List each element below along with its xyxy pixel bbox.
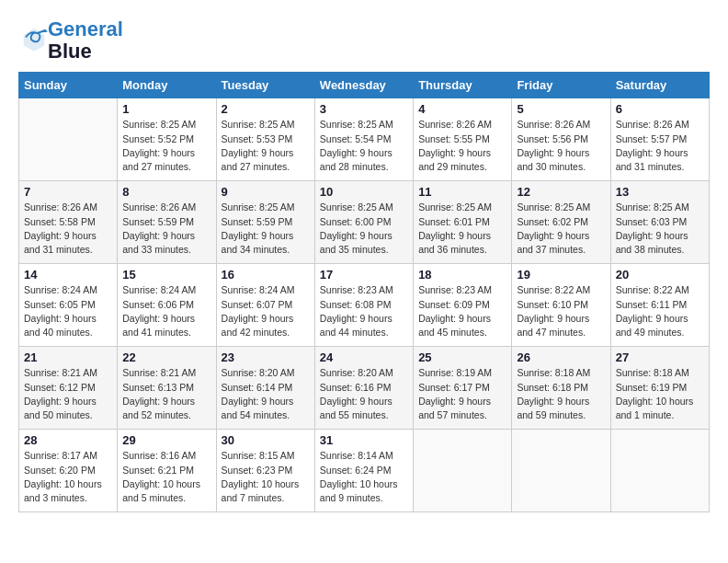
calendar-cell: 11 Sunrise: 8:25 AMSunset: 6:01 PMDaylig… [414,181,512,264]
calendar-header-monday: Monday [118,73,216,98]
calendar-cell: 9 Sunrise: 8:25 AMSunset: 5:59 PMDayligh… [216,181,314,264]
day-number: 18 [418,268,506,282]
day-number: 22 [122,350,210,364]
day-number: 30 [222,433,310,447]
day-info: Sunrise: 8:24 AMSunset: 6:06 PMDaylight:… [122,283,210,339]
calendar-cell: 2 Sunrise: 8:25 AMSunset: 5:53 PMDayligh… [216,98,314,181]
day-info: Sunrise: 8:23 AMSunset: 6:09 PMDaylight:… [418,283,506,339]
day-info: Sunrise: 8:25 AMSunset: 6:00 PMDaylight:… [320,201,408,257]
calendar-cell [610,430,709,512]
day-info: Sunrise: 8:19 AMSunset: 6:17 PMDaylight:… [418,366,506,422]
day-info: Sunrise: 8:25 AMSunset: 5:53 PMDaylight:… [222,118,310,174]
calendar-week-row: 21 Sunrise: 8:21 AMSunset: 6:12 PMDaylig… [19,347,710,430]
day-info: Sunrise: 8:25 AMSunset: 5:52 PMDaylight:… [122,118,210,174]
day-number: 7 [24,185,112,199]
day-number: 16 [222,268,310,282]
calendar-header-friday: Friday [512,73,610,98]
day-number: 4 [418,102,506,116]
calendar-cell: 6 Sunrise: 8:26 AMSunset: 5:57 PMDayligh… [610,98,709,181]
day-number: 17 [320,268,408,282]
calendar-week-row: 28 Sunrise: 8:17 AMSunset: 6:20 PMDaylig… [19,430,710,512]
calendar-cell: 29 Sunrise: 8:16 AMSunset: 6:21 PMDaylig… [118,430,216,512]
calendar-cell: 15 Sunrise: 8:24 AMSunset: 6:06 PMDaylig… [118,264,216,347]
calendar-header-row: SundayMondayTuesdayWednesdayThursdayFrid… [19,73,710,98]
calendar-cell: 18 Sunrise: 8:23 AMSunset: 6:09 PMDaylig… [414,264,512,347]
calendar-cell [414,430,512,512]
day-number: 21 [24,350,112,364]
day-number: 5 [517,102,605,116]
logo-icon [20,25,48,52]
calendar-cell: 4 Sunrise: 8:26 AMSunset: 5:55 PMDayligh… [414,98,512,181]
calendar-header-saturday: Saturday [610,73,709,98]
day-info: Sunrise: 8:17 AMSunset: 6:20 PMDaylight:… [24,449,112,505]
day-number: 13 [616,185,704,199]
day-info: Sunrise: 8:23 AMSunset: 6:08 PMDaylight:… [320,283,408,339]
calendar-header-thursday: Thursday [414,73,512,98]
day-number: 11 [418,185,506,199]
day-number: 10 [320,185,408,199]
calendar-cell: 25 Sunrise: 8:19 AMSunset: 6:17 PMDaylig… [414,347,512,430]
day-info: Sunrise: 8:25 AMSunset: 5:59 PMDaylight:… [222,201,310,257]
calendar-table: SundayMondayTuesdayWednesdayThursdayFrid… [18,72,710,512]
day-number: 25 [418,350,506,364]
day-number: 8 [122,185,210,199]
calendar-cell [19,98,118,181]
day-info: Sunrise: 8:25 AMSunset: 5:54 PMDaylight:… [320,118,408,174]
day-info: Sunrise: 8:21 AMSunset: 6:12 PMDaylight:… [24,366,112,422]
day-number: 20 [616,268,704,282]
day-info: Sunrise: 8:22 AMSunset: 6:11 PMDaylight:… [616,283,704,339]
day-number: 12 [517,185,605,199]
day-info: Sunrise: 8:26 AMSunset: 5:55 PMDaylight:… [418,118,506,174]
calendar-cell: 13 Sunrise: 8:25 AMSunset: 6:03 PMDaylig… [610,181,709,264]
calendar-cell: 7 Sunrise: 8:26 AMSunset: 5:58 PMDayligh… [19,181,118,264]
day-number: 24 [320,350,408,364]
calendar-cell: 22 Sunrise: 8:21 AMSunset: 6:13 PMDaylig… [118,347,216,430]
day-info: Sunrise: 8:14 AMSunset: 6:24 PMDaylight:… [320,449,408,505]
day-info: Sunrise: 8:20 AMSunset: 6:14 PMDaylight:… [222,366,310,422]
page-header: General Blue [18,18,710,63]
day-info: Sunrise: 8:26 AMSunset: 5:58 PMDaylight:… [24,201,112,257]
day-info: Sunrise: 8:24 AMSunset: 6:05 PMDaylight:… [24,283,112,339]
calendar-cell: 24 Sunrise: 8:20 AMSunset: 6:16 PMDaylig… [314,347,413,430]
day-number: 15 [122,268,210,282]
calendar-week-row: 7 Sunrise: 8:26 AMSunset: 5:58 PMDayligh… [19,181,710,264]
day-info: Sunrise: 8:22 AMSunset: 6:10 PMDaylight:… [517,283,605,339]
day-number: 9 [222,185,310,199]
calendar-cell: 1 Sunrise: 8:25 AMSunset: 5:52 PMDayligh… [118,98,216,181]
calendar-cell: 31 Sunrise: 8:14 AMSunset: 6:24 PMDaylig… [314,430,413,512]
calendar-week-row: 1 Sunrise: 8:25 AMSunset: 5:52 PMDayligh… [19,98,710,181]
day-number: 19 [517,268,605,282]
day-number: 29 [122,433,210,447]
calendar-header-wednesday: Wednesday [314,73,413,98]
day-info: Sunrise: 8:26 AMSunset: 5:56 PMDaylight:… [517,118,605,174]
calendar-header-sunday: Sunday [19,73,118,98]
day-info: Sunrise: 8:18 AMSunset: 6:19 PMDaylight:… [616,366,704,422]
day-info: Sunrise: 8:26 AMSunset: 5:59 PMDaylight:… [122,201,210,257]
calendar-cell: 23 Sunrise: 8:20 AMSunset: 6:14 PMDaylig… [216,347,314,430]
day-number: 31 [320,433,408,447]
day-number: 14 [24,268,112,282]
calendar-header-tuesday: Tuesday [216,73,314,98]
calendar-cell: 8 Sunrise: 8:26 AMSunset: 5:59 PMDayligh… [118,181,216,264]
calendar-cell: 16 Sunrise: 8:24 AMSunset: 6:07 PMDaylig… [216,264,314,347]
day-info: Sunrise: 8:25 AMSunset: 6:01 PMDaylight:… [418,201,506,257]
calendar-cell: 28 Sunrise: 8:17 AMSunset: 6:20 PMDaylig… [19,430,118,512]
day-number: 1 [122,102,210,116]
day-info: Sunrise: 8:15 AMSunset: 6:23 PMDaylight:… [222,449,310,505]
day-number: 23 [222,350,310,364]
day-number: 26 [517,350,605,364]
calendar-cell: 19 Sunrise: 8:22 AMSunset: 6:10 PMDaylig… [512,264,610,347]
logo-text: General Blue [48,18,123,63]
calendar-cell: 27 Sunrise: 8:18 AMSunset: 6:19 PMDaylig… [610,347,709,430]
calendar-cell: 17 Sunrise: 8:23 AMSunset: 6:08 PMDaylig… [314,264,413,347]
day-info: Sunrise: 8:26 AMSunset: 5:57 PMDaylight:… [616,118,704,174]
calendar-week-row: 14 Sunrise: 8:24 AMSunset: 6:05 PMDaylig… [19,264,710,347]
calendar-cell: 30 Sunrise: 8:15 AMSunset: 6:23 PMDaylig… [216,430,314,512]
day-info: Sunrise: 8:24 AMSunset: 6:07 PMDaylight:… [222,283,310,339]
calendar-cell [512,430,610,512]
logo: General Blue [18,18,123,63]
calendar-cell: 3 Sunrise: 8:25 AMSunset: 5:54 PMDayligh… [314,98,413,181]
calendar-cell: 14 Sunrise: 8:24 AMSunset: 6:05 PMDaylig… [19,264,118,347]
calendar-cell: 20 Sunrise: 8:22 AMSunset: 6:11 PMDaylig… [610,264,709,347]
day-number: 27 [616,350,704,364]
